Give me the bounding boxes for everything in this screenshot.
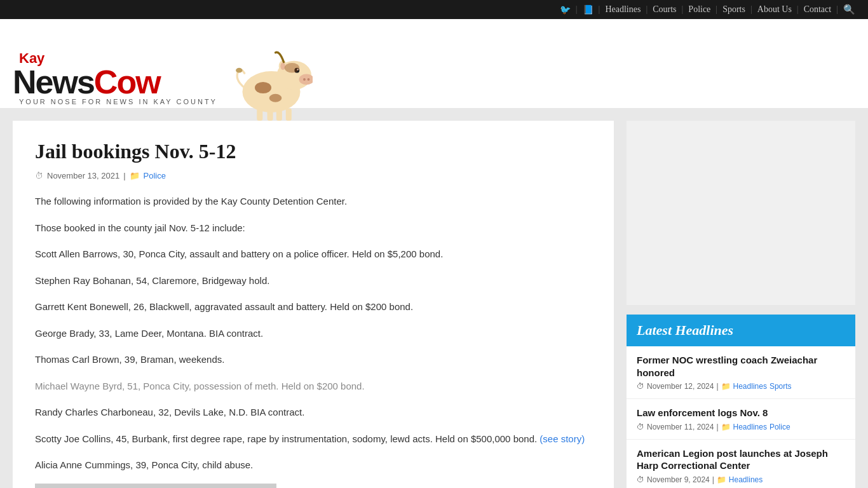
nav-headlines[interactable]: Headlines xyxy=(605,4,641,15)
article-meta: ⏱ November 13, 2021 | 📁 Police xyxy=(35,171,592,180)
headline-date-1: November 12, 2024 xyxy=(647,382,714,391)
svg-rect-13 xyxy=(276,109,282,121)
nav-about-us[interactable]: About Us xyxy=(757,4,792,15)
clock-icon: ⏱ xyxy=(35,171,43,180)
headline-item-3: American Legion post launches at Joseph … xyxy=(627,440,855,489)
article-para-2: Those booked in the county jail Nov. 5-1… xyxy=(35,220,592,236)
logo-tagline: Your Nose for News in Kay County xyxy=(19,98,217,105)
article-para-1: The following information is provided by… xyxy=(35,193,592,210)
headline-folder-icon-2: 📁 xyxy=(721,423,731,431)
headline-cat-3a[interactable]: Headlines xyxy=(729,475,763,484)
svg-rect-11 xyxy=(257,109,262,121)
logo-area: Kay News Cow Your Nose for News in Kay C… xyxy=(13,38,306,108)
headline-folder-icon-1: 📁 xyxy=(721,382,731,391)
sidebar: Latest Headlines Former NOC wrestling co… xyxy=(627,121,855,488)
article-para-7: Thomas Carl Brown, 39, Braman, weekends. xyxy=(35,351,592,368)
headline-meta-3: ⏱ November 9, 2024 | 📁 Headlines xyxy=(637,475,845,484)
headline-item-2: Law enforcement logs Nov. 8 ⏱ November 1… xyxy=(627,399,855,440)
svg-point-10 xyxy=(269,94,282,102)
article-para-9: Randy Charles Charboneau, 32, Devils Lak… xyxy=(35,404,592,421)
svg-point-8 xyxy=(280,62,285,70)
see-story-link[interactable]: (see story) xyxy=(539,433,585,444)
headline-title-1: Former NOC wrestling coach Zweiachar hon… xyxy=(637,354,845,379)
article-image xyxy=(35,484,276,489)
headline-date-2: November 11, 2024 xyxy=(647,423,714,431)
article-para-5: Garrett Kent Bonewell, 26, Blackwell, ag… xyxy=(35,299,592,315)
article-para-11: Alicia Anne Cummings, 39, Ponca City, ch… xyxy=(35,457,592,473)
headline-cat-1a[interactable]: Headlines xyxy=(733,382,767,391)
svg-point-16 xyxy=(285,63,299,73)
svg-point-9 xyxy=(255,82,271,93)
facebook-icon[interactable]: 📘 xyxy=(583,4,593,15)
headline-cat-1b[interactable]: Sports xyxy=(770,382,792,391)
svg-rect-12 xyxy=(267,109,273,121)
article-area: Jail bookings Nov. 5-12 ⏱ November 13, 2… xyxy=(13,121,614,488)
svg-rect-14 xyxy=(286,109,292,121)
headline-meta-1: ⏱ November 12, 2024 | 📁 Headlines Sports xyxy=(637,382,845,391)
latest-headlines-header: Latest Headlines xyxy=(627,315,855,346)
main-container: Jail bookings Nov. 5-12 ⏱ November 13, 2… xyxy=(0,108,868,488)
headline-date-3: November 9, 2024 xyxy=(647,475,710,484)
headline-title-2: Law enforcement logs Nov. 8 xyxy=(637,407,845,419)
article-body: The following information is provided by… xyxy=(35,193,592,488)
headline-folder-icon-3: 📁 xyxy=(717,475,726,484)
article-category-link[interactable]: Police xyxy=(144,171,166,180)
headline-meta-2: ⏱ November 11, 2024 | 📁 Headlines Police xyxy=(637,423,845,431)
headline-clock-icon-3: ⏱ xyxy=(637,475,644,484)
headline-clock-icon-1: ⏱ xyxy=(637,382,644,391)
article-para-10: Scotty Joe Collins, 45, Burbank, first d… xyxy=(35,431,592,447)
svg-point-4 xyxy=(308,78,310,81)
article-para-3: Scott Allen Barrows, 30, Ponca City, ass… xyxy=(35,246,592,262)
nav-sports[interactable]: Sports xyxy=(722,4,745,15)
article-para-6: George Brady, 33, Lame Deer, Montana. BI… xyxy=(35,325,592,342)
article-title: Jail bookings Nov. 5-12 xyxy=(35,140,592,163)
topbar: 🐦 | 📘 | Headlines | Courts | Police | Sp… xyxy=(0,0,868,19)
search-icon[interactable]: 🔍 xyxy=(843,4,855,15)
svg-point-15 xyxy=(236,68,242,73)
twitter-icon[interactable]: 🐦 xyxy=(560,4,571,15)
logo-news: News xyxy=(13,65,94,98)
headline-item-1: Former NOC wrestling coach Zweiachar hon… xyxy=(627,346,855,399)
nav-contact[interactable]: Contact xyxy=(804,4,832,15)
headline-cat-2a[interactable]: Headlines xyxy=(733,423,767,431)
header: Kay News Cow Your Nose for News in Kay C… xyxy=(0,19,868,108)
nav-courts[interactable]: Courts xyxy=(653,4,676,15)
latest-headlines-box: Latest Headlines Former NOC wrestling co… xyxy=(627,315,855,488)
folder-icon: 📁 xyxy=(130,171,140,180)
article-para-4: Stephen Ray Bohanan, 54, Claremore, Brid… xyxy=(35,273,592,289)
article-date: November 13, 2021 xyxy=(47,171,119,180)
nav-police[interactable]: Police xyxy=(688,4,710,15)
article-para-8: Michael Wayne Byrd, 51, Ponca City, poss… xyxy=(35,378,592,395)
cow-image xyxy=(230,38,306,114)
headline-clock-icon-2: ⏱ xyxy=(637,423,644,431)
logo-cow: Cow xyxy=(94,65,160,98)
headline-title-3: American Legion post launches at Joseph … xyxy=(637,447,845,472)
headline-cat-2b[interactable]: Police xyxy=(770,423,790,431)
sidebar-ad xyxy=(627,121,855,305)
svg-point-3 xyxy=(303,78,306,81)
